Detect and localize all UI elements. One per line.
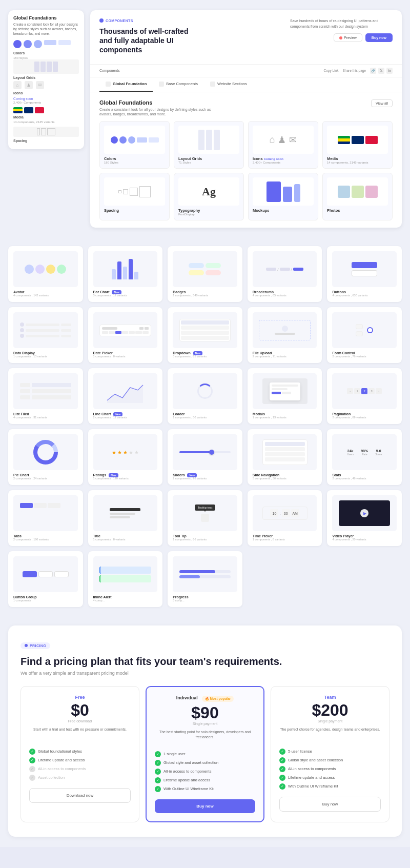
check-1 — [29, 749, 35, 755]
loader-sub: 1 components , 30 variants — [173, 416, 237, 419]
device-tablet — [283, 187, 292, 202]
fileupload-preview — [253, 312, 317, 348]
tab-label-1: Global Foundation — [113, 82, 147, 86]
download-button[interactable]: Download now — [29, 788, 131, 803]
modal-line-2 — [272, 388, 288, 390]
title-inner — [110, 508, 140, 518]
color-swatch-3 — [34, 40, 42, 48]
view-all-button[interactable]: View all — [371, 99, 393, 107]
listfiled-sub: 4 components , 31 variants — [13, 416, 78, 419]
page-next: › — [376, 388, 382, 394]
showcase-card-modals: Modals 1 components , 13 variants — [248, 368, 322, 424]
spacing-preview — [13, 127, 79, 137]
showcase-card-datadisplay: Data Display 1 components , 13 variants — [8, 307, 83, 363]
modal-btn-1 — [272, 392, 281, 394]
preview-button[interactable]: Preview — [334, 33, 362, 42]
title-line-3 — [110, 516, 130, 518]
list-dot-1 — [20, 322, 24, 327]
linkedin-icon[interactable]: in — [386, 68, 393, 74]
avatar-2 — [35, 265, 45, 274]
li-val-3 — [32, 395, 71, 399]
icon-mail: ✉ — [289, 134, 297, 146]
formcontrol-title: Form Control — [332, 351, 397, 355]
bar-5 — [134, 272, 138, 279]
components-showcase: Avatar 4 components , 142 variants Bar C… — [0, 238, 410, 615]
device-title: Mockups — [253, 208, 314, 213]
tab-global-foundation[interactable]: Global Foundation — [99, 77, 153, 92]
showcase-card-barchart: Bar Chart New 3 components , 12 variants — [88, 246, 163, 302]
tooltip-bubble: Tooltip text — [195, 504, 216, 511]
sidenav-preview — [253, 434, 317, 470]
list-row-3 — [20, 334, 71, 338]
tp-mins: 30 — [282, 509, 290, 517]
share-icons: 🔗 𝕏 in — [370, 68, 393, 74]
spacing-box-1 — [37, 128, 40, 135]
colors-sub: 180 Styles — [104, 161, 165, 164]
ind-feature-3: All-in access to components — [155, 769, 255, 775]
sidenav-sub: 5 components , 36 variants — [253, 477, 317, 480]
buy-now-button[interactable]: Buy now — [365, 33, 393, 42]
cp-dot-3 — [128, 136, 135, 144]
layout-label: Layout Grids — [13, 76, 79, 79]
colors-preview — [104, 126, 165, 154]
tab-icon-1 — [106, 82, 111, 87]
datepicker-preview — [93, 312, 158, 348]
sidenav-title: Side Navigation — [253, 473, 317, 477]
page-3: 3 — [368, 388, 375, 394]
buttongroup-inner — [23, 571, 69, 577]
modals-title: Modals — [253, 412, 317, 416]
team-check-5 — [279, 783, 285, 790]
tp-colon: : — [279, 511, 280, 516]
media-card-preview — [327, 126, 388, 154]
form-field-2 — [356, 331, 363, 336]
listfiled-preview — [13, 373, 78, 409]
progress-track-1 — [179, 570, 231, 573]
showcase-card-datepicker: Date Picker 1 components , 8 variants — [88, 307, 163, 363]
tab-base-components[interactable]: Base Components — [153, 77, 204, 92]
price-card-free: Free $0 Free download Start with a trial… — [20, 686, 139, 822]
tooltip-preview: Tooltip text — [173, 495, 237, 531]
check-4 — [29, 775, 35, 781]
breadcrumb-inner: / / — [266, 267, 303, 272]
color-swatch-1 — [13, 40, 22, 48]
star-4: ★ — [129, 450, 133, 455]
component-card-device: Mockups — [248, 173, 318, 220]
colors-preview-inner — [111, 136, 159, 144]
dd-item-3 — [181, 331, 229, 335]
team-buy-button[interactable]: Buy now — [279, 797, 381, 812]
free-plan-label: Free — [29, 695, 131, 700]
sliders-sub: 2 components , 96 variants — [173, 477, 237, 480]
badge-2 — [206, 263, 221, 268]
ind-check-5 — [155, 786, 161, 792]
free-desc: Start with a trial and test with no pres… — [29, 727, 131, 742]
videoplayer-sub: 4 components , 20 variants — [332, 538, 397, 541]
icon-star: ✉ — [36, 81, 44, 89]
breadcrumb-right: Copy Link Share this page 🔗 𝕏 in — [324, 68, 393, 74]
copy-link[interactable]: Copy Link — [324, 69, 339, 72]
team-check-1 — [279, 749, 285, 755]
flag-1 — [13, 107, 23, 113]
badge-3 — [189, 270, 204, 275]
datepicker-sub: 1 components , 8 variants — [93, 355, 158, 358]
components-tag: COMPONENTS — [99, 18, 202, 23]
bar-chart-inner — [112, 259, 138, 279]
hero-right: Save hundreds of hours of re-designing U… — [290, 18, 393, 42]
showcase-card-inlinealert: Inline Alert 4 comp... — [88, 551, 163, 607]
showcase-card-badges: Badges 1 components , 540 variants — [168, 246, 242, 302]
icons-preview: ⌂ ♟ ✉ — [13, 81, 79, 89]
buy-now-featured-button[interactable]: Buy now — [155, 799, 255, 813]
tab-label-3: Website Sections — [217, 82, 247, 86]
tab-website-sections[interactable]: Website Sections — [204, 77, 253, 92]
tabs-sub: 2 components , 160 variants — [13, 538, 78, 541]
slider-thumb — [209, 450, 214, 455]
showcase-card-buttongroup: Button Group 1 components — [8, 551, 83, 607]
layout-preview — [178, 126, 239, 154]
dp-d4 — [122, 331, 128, 334]
component-card-icons: ⌂ ♟ ✉ Icons Coming soon 2,400+ Component… — [248, 121, 318, 169]
link-icon[interactable]: 🔗 — [370, 68, 376, 74]
free-period: Free download — [29, 719, 131, 723]
bc-3 — [293, 268, 303, 271]
pricing-tag-dot — [25, 644, 28, 647]
tag-dot — [99, 18, 104, 23]
twitter-icon[interactable]: 𝕏 — [378, 68, 384, 74]
